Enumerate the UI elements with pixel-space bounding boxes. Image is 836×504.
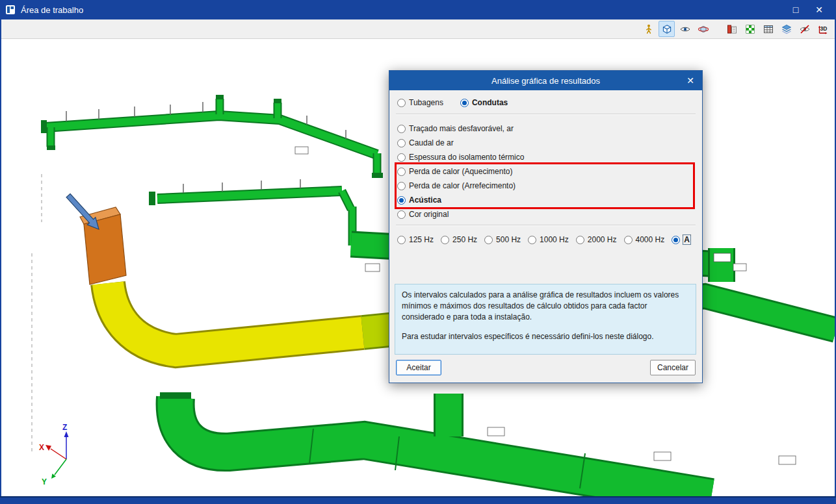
radio-250-hz[interactable]: 250 Hz bbox=[441, 235, 477, 244]
option-row: Cor original bbox=[389, 207, 702, 221]
radio-label: Acústica bbox=[409, 195, 441, 205]
radio-caudal-de-ar[interactable]: Caudal de ar bbox=[397, 138, 454, 147]
radio-label: 1000 Hz bbox=[540, 235, 569, 244]
separator bbox=[396, 114, 696, 115]
option-row: Caudal de ar bbox=[389, 136, 702, 150]
radio-a[interactable]: A bbox=[672, 235, 690, 244]
radio-1000-hz[interactable]: 1000 Hz bbox=[528, 235, 569, 244]
3d-view-icon[interactable]: 3D bbox=[815, 21, 831, 37]
layers-icon[interactable] bbox=[778, 21, 794, 37]
radio-dot bbox=[576, 236, 584, 244]
option-row: Espessura do isolamento térmico bbox=[389, 150, 702, 164]
person-icon[interactable] bbox=[640, 21, 657, 37]
radio-dot bbox=[624, 236, 633, 244]
radio-4000-hz[interactable]: 4000 Hz bbox=[624, 235, 665, 244]
status-bar bbox=[0, 496, 836, 504]
radio-dot bbox=[397, 196, 406, 205]
radio-cor-original[interactable]: Cor original bbox=[397, 210, 449, 219]
radio-label: 4000 Hz bbox=[636, 235, 665, 244]
analysis-option-radio-group: Traçado mais desfavorável, arCaudal de a… bbox=[389, 121, 702, 221]
radio-label: 2000 Hz bbox=[588, 235, 617, 244]
dialog-titlebar[interactable]: Análise gráfica de resultados ✕ bbox=[389, 71, 702, 90]
cancel-button[interactable]: Cancelar bbox=[650, 360, 696, 375]
duct-highlight-yellow bbox=[108, 283, 415, 351]
dialog-analysis-results: Análise gráfica de resultados ✕ Tubagens… bbox=[389, 70, 703, 383]
dialog-body: TubagensCondutas Traçado mais desfavoráv… bbox=[389, 90, 702, 384]
radio-dot bbox=[397, 153, 406, 162]
orbit-icon[interactable] bbox=[695, 21, 711, 37]
section-analysis-icon[interactable] bbox=[724, 21, 740, 37]
option-row: Perda de calor (Arrefecimento) bbox=[389, 179, 702, 193]
radio-dot bbox=[441, 236, 449, 244]
radio-500-hz[interactable]: 500 Hz bbox=[484, 235, 521, 244]
radio-2000-hz[interactable]: 2000 Hz bbox=[576, 235, 617, 244]
radio-espessura-do-isolamento-termico[interactable]: Espessura do isolamento térmico bbox=[397, 153, 524, 162]
radio-label: 500 Hz bbox=[496, 235, 521, 244]
toolbar-icon-group: 3D bbox=[640, 21, 831, 37]
info-box: Os intervalos calculados para a análise … bbox=[395, 284, 696, 355]
radio-tracado-mais-desfavoravel-ar[interactable]: Traçado mais desfavorável, ar bbox=[397, 124, 514, 133]
info-paragraph: Os intervalos calculados para a análise … bbox=[402, 290, 689, 323]
radio-dot bbox=[484, 236, 493, 244]
dialog-close-icon[interactable]: ✕ bbox=[681, 71, 699, 90]
radio-dot bbox=[397, 236, 406, 244]
view-toolbar: 3D bbox=[1, 19, 835, 39]
axis-label-y: Y bbox=[42, 477, 47, 486]
radio-label: Traçado mais desfavorável, ar bbox=[409, 124, 514, 133]
axis-label-x: X bbox=[39, 443, 44, 452]
axis-label-z: Z bbox=[62, 423, 67, 432]
radio-label: 125 Hz bbox=[409, 235, 434, 244]
render-options-icon[interactable] bbox=[742, 21, 758, 37]
maximize-button[interactable]: □ bbox=[784, 1, 807, 19]
radio-dot bbox=[460, 99, 469, 107]
radio-label: 250 Hz bbox=[452, 235, 477, 244]
accept-button[interactable]: Aceitar bbox=[396, 360, 441, 375]
app-icon bbox=[5, 5, 16, 15]
application-window: Área de trabalho □ ✕ 3D bbox=[0, 0, 836, 504]
radio-label: Espessura do isolamento térmico bbox=[409, 153, 524, 162]
info-paragraph: Para estudar intervalos específicos é ne… bbox=[402, 331, 689, 342]
radio-label: Perda de calor (Aquecimento) bbox=[409, 167, 512, 176]
eye-icon[interactable] bbox=[677, 21, 693, 37]
frequency-radio-group: 125 Hz250 Hz500 Hz1000 Hz2000 Hz4000 HzA bbox=[397, 233, 697, 247]
window-titlebar[interactable]: Área de trabalho □ ✕ bbox=[0, 0, 836, 19]
window-title: Área de trabalho bbox=[21, 5, 83, 15]
radio-label: Cor original bbox=[409, 210, 449, 219]
radio-dot bbox=[397, 168, 406, 176]
radio-condutas[interactable]: Condutas bbox=[460, 98, 508, 107]
workspace-canvas: Z X Y Análise gráfica de resultados ✕ Tu… bbox=[1, 39, 835, 496]
dialog-title-text: Análise gráfica de resultados bbox=[491, 76, 600, 86]
radio-label: Perda de calor (Arrefecimento) bbox=[409, 181, 516, 190]
radio-dot bbox=[528, 236, 536, 244]
hide-elements-icon[interactable] bbox=[796, 21, 813, 37]
close-button[interactable]: ✕ bbox=[807, 1, 831, 19]
network-type-radio-group: TubagensCondutas bbox=[397, 95, 508, 110]
radio-acustica[interactable]: Acústica bbox=[397, 195, 441, 205]
radio-perda-de-calor-arrefecimento[interactable]: Perda de calor (Arrefecimento) bbox=[397, 181, 516, 190]
table-icon[interactable] bbox=[760, 21, 776, 37]
radio-dot bbox=[672, 236, 680, 244]
option-row: Acústica bbox=[389, 193, 702, 207]
option-row: Traçado mais desfavorável, ar bbox=[389, 121, 702, 136]
separator bbox=[396, 225, 696, 226]
option-row: Perda de calor (Aquecimento) bbox=[389, 164, 702, 179]
radio-label: Tubagens bbox=[409, 98, 443, 107]
radio-dot bbox=[397, 99, 406, 107]
radio-label: A bbox=[683, 235, 690, 244]
axis-triad: Z X Y bbox=[39, 423, 69, 486]
radio-dot bbox=[397, 182, 406, 190]
window-controls: □ ✕ bbox=[784, 1, 831, 19]
selection-arrow-icon bbox=[66, 194, 99, 229]
radio-dot bbox=[397, 210, 406, 219]
radio-125-hz[interactable]: 125 Hz bbox=[397, 235, 434, 244]
radio-dot bbox=[397, 139, 406, 147]
view-cube-icon[interactable] bbox=[659, 21, 675, 37]
svg-text:3D: 3D bbox=[820, 25, 827, 32]
radio-perda-de-calor-aquecimento[interactable]: Perda de calor (Aquecimento) bbox=[397, 167, 512, 176]
radio-label: Caudal de ar bbox=[409, 138, 454, 147]
radio-label: Condutas bbox=[472, 98, 508, 107]
radio-tubagens[interactable]: Tubagens bbox=[397, 98, 443, 107]
radio-dot bbox=[397, 125, 406, 133]
dashed-reference-lines bbox=[32, 174, 42, 455]
